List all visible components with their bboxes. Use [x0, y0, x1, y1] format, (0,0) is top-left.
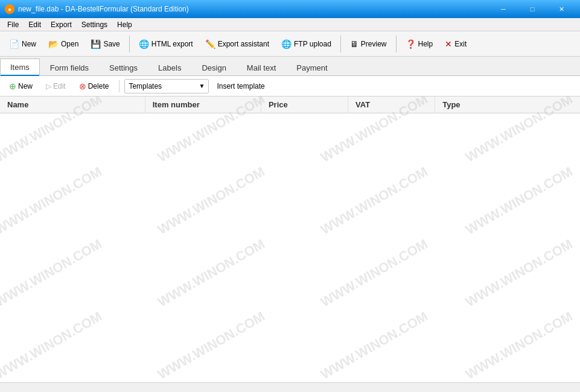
delete-icon: ⊗ — [79, 81, 86, 91]
menu-export[interactable]: Export — [46, 18, 77, 31]
open-button[interactable]: 📂 Open — [43, 34, 84, 54]
toolbar-separator-1 — [129, 36, 130, 52]
table-header-row: Name Item number Price VAT Type — [0, 96, 580, 113]
action-delete-button[interactable]: ⊗ Delete — [74, 78, 115, 94]
toolbar: 📄 New 📂 Open 💾 Save 🌐 HTML export ✏️ Exp… — [0, 31, 580, 57]
toolbar-separator-2 — [340, 36, 341, 52]
col-price: Price — [261, 96, 348, 113]
insert-template-button[interactable]: Insert template — [211, 78, 270, 94]
toolbar-separator-3 — [396, 36, 397, 52]
watermark-5: WWW.WINON.COM — [0, 164, 104, 238]
html-export-button[interactable]: 🌐 HTML export — [133, 34, 199, 54]
app-icon: ● — [5, 4, 14, 14]
open-icon: 📂 — [48, 39, 59, 49]
tab-items[interactable]: Items — [0, 58, 40, 76]
edit-icon: ▷ — [46, 82, 51, 90]
watermark-6: WWW.WINON.COM — [155, 164, 268, 238]
html-export-icon: 🌐 — [139, 39, 149, 49]
watermark-8: WWW.WINON.COM — [463, 164, 576, 238]
watermark-13: WWW.WINON.COM — [0, 309, 104, 382]
preview-icon: 🖥 — [350, 39, 359, 49]
tab-design[interactable]: Design — [191, 59, 236, 76]
col-item-number: Item number — [145, 96, 261, 113]
help-icon: ❓ — [406, 39, 416, 49]
add-icon: ⊕ — [9, 81, 16, 91]
export-assistant-button[interactable]: ✏️ Export assistant — [200, 34, 275, 54]
new-button[interactable]: 📄 New — [4, 34, 42, 54]
tab-payment[interactable]: Payment — [286, 59, 337, 76]
tab-form-fields[interactable]: Form fields — [40, 59, 99, 76]
watermark-9: WWW.WINON.COM — [0, 236, 104, 311]
menu-file[interactable]: File — [2, 18, 24, 31]
export-assistant-icon: ✏️ — [205, 39, 215, 49]
exit-icon: ✕ — [445, 39, 452, 49]
close-button[interactable]: ✕ — [547, 0, 575, 18]
content-area: WWW.WINON.COM WWW.WINON.COM WWW.WINON.CO… — [0, 96, 580, 382]
action-new-button[interactable]: ⊕ New — [4, 78, 38, 94]
status-bar — [0, 382, 580, 392]
tab-labels[interactable]: Labels — [148, 59, 191, 76]
maximize-button[interactable]: □ — [518, 0, 546, 18]
ftp-upload-icon: 🌐 — [281, 39, 292, 49]
watermark-11: WWW.WINON.COM — [318, 236, 431, 311]
title-bar: ● new_file.dab - DA-BestellFormular (Sta… — [0, 0, 580, 18]
save-button[interactable]: 💾 Save — [85, 34, 125, 54]
col-name: Name — [0, 96, 145, 113]
watermark-14: WWW.WINON.COM — [155, 309, 268, 382]
action-edit-button[interactable]: ▷ Edit — [40, 78, 71, 94]
help-button[interactable]: ❓ Help — [400, 34, 439, 54]
window-title: new_file.dab - DA-BestellFormular (Stand… — [18, 5, 489, 13]
watermark-16: WWW.WINON.COM — [463, 309, 576, 382]
action-separator — [119, 80, 120, 92]
minimize-button[interactable]: ─ — [489, 0, 517, 18]
watermark-7: WWW.WINON.COM — [318, 164, 431, 238]
menu-settings[interactable]: Settings — [77, 18, 112, 31]
items-table: Name Item number Price VAT Type — [0, 96, 580, 113]
menu-edit[interactable]: Edit — [24, 18, 46, 31]
tab-mail-text[interactable]: Mail text — [237, 59, 286, 76]
action-bar: ⊕ New ▷ Edit ⊗ Delete Templates ▼ Insert… — [0, 76, 580, 96]
menu-help[interactable]: Help — [112, 18, 137, 31]
preview-button[interactable]: 🖥 Preview — [345, 34, 392, 54]
menu-bar: File Edit Export Settings Help — [0, 18, 580, 31]
col-vat: VAT — [348, 96, 435, 113]
new-icon: 📄 — [9, 39, 19, 49]
tab-settings[interactable]: Settings — [99, 59, 148, 76]
chevron-down-icon: ▼ — [199, 83, 205, 89]
window-controls: ─ □ ✕ — [489, 0, 575, 18]
col-type: Type — [435, 96, 580, 113]
watermark-12: WWW.WINON.COM — [463, 236, 576, 311]
ftp-upload-button[interactable]: 🌐 FTP upload — [276, 34, 337, 54]
tab-bar: Items Form fields Settings Labels Design… — [0, 57, 580, 76]
save-icon: 💾 — [91, 39, 101, 49]
watermark-container: WWW.WINON.COM WWW.WINON.COM WWW.WINON.CO… — [0, 96, 580, 382]
watermark-10: WWW.WINON.COM — [155, 236, 268, 311]
templates-dropdown[interactable]: Templates ▼ — [124, 79, 209, 93]
exit-button[interactable]: ✕ Exit — [439, 34, 472, 54]
watermark-15: WWW.WINON.COM — [318, 309, 431, 382]
